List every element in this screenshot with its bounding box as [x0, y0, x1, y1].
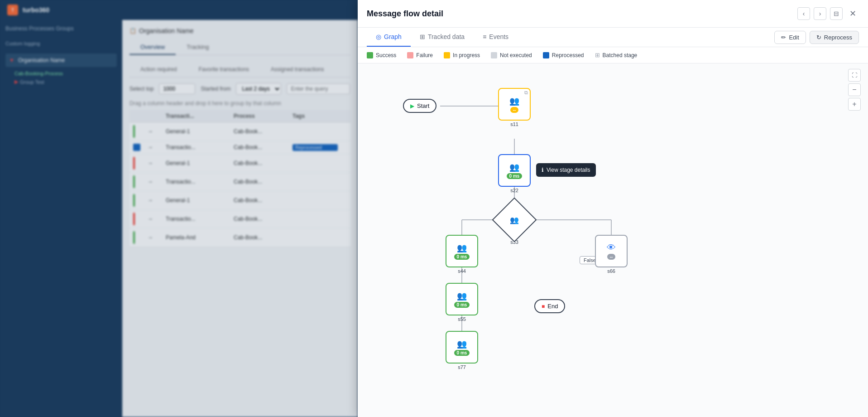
tab-graph[interactable]: ◎ Graph — [367, 28, 411, 47]
legend-batched: ⊞ Batched stage — [595, 52, 638, 58]
graph-tab-icon: ◎ — [376, 33, 381, 40]
sidebar: Business Processes Groups Custom logging… — [0, 20, 122, 417]
legend-failure: Failure — [407, 52, 433, 58]
subtabs: Action required Favorite transactions As… — [129, 63, 350, 78]
prev-button[interactable]: ‹ — [797, 7, 810, 20]
fullscreen-button[interactable]: ⛶ — [848, 69, 861, 82]
modal-actions: ✏ Edit ↻ Reprocess — [774, 31, 859, 44]
sidebar-title: Business Processes Groups — [5, 25, 74, 32]
modal: Message flow detail ‹ › ⊟ ✕ ◎ Graph ⊞ Tr… — [358, 0, 868, 417]
modal-nav-icons: ‹ › ⊟ ✕ — [797, 7, 859, 20]
close-button[interactable]: ✕ — [846, 7, 859, 20]
tracked-data-icon: ⊞ — [420, 33, 425, 40]
node-s77[interactable]: 👥 0 ms s77 — [446, 331, 478, 370]
stage-details-tooltip: View stage details — [536, 163, 596, 177]
tab-overview[interactable]: Overview — [129, 40, 176, 55]
s22-stage-icon: 👥 — [509, 162, 519, 172]
split-view-button[interactable]: ⊟ — [830, 7, 843, 20]
success-color — [367, 52, 373, 58]
main-tabs: Overview Tracking — [129, 40, 350, 55]
tab-tracked-data[interactable]: ⊞ Tracked data — [411, 28, 474, 47]
node-s66[interactable]: 👁 -- s66 — [595, 235, 628, 274]
table: Transacti... Process Tags → General-1Cab… — [129, 110, 350, 247]
legend-bar: Success Failure In progress Not executed… — [358, 47, 868, 63]
node-start[interactable]: ▶ Start — [403, 99, 436, 113]
table-row[interactable]: → Transactio...Cab-Book... Reprocessed — [129, 141, 350, 154]
table-row[interactable]: → General-1Cab-Book... — [129, 122, 350, 141]
batched-icon: ⊞ — [595, 52, 600, 58]
s66-eye-icon: 👁 — [607, 242, 616, 253]
legend-in-progress: In progress — [444, 52, 480, 58]
node-s55[interactable]: 👥 0 ms s55 — [446, 283, 478, 322]
sidebar-item-group[interactable]: ▶ Group Test — [5, 79, 117, 85]
legend-not-executed: Not executed — [491, 52, 532, 58]
main-content: 📋 Organisation Name Overview Tracking Ac… — [122, 20, 358, 417]
play-icon: ▶ — [410, 103, 414, 109]
table-row[interactable]: → General-1Cab-Book... — [129, 191, 350, 210]
reprocess-icon: ↻ — [816, 34, 821, 41]
node-s44[interactable]: 👥 0 ms s44 — [446, 235, 478, 274]
filter-row: Select top Started from Last 2 days — [129, 83, 350, 95]
events-icon: ≡ — [483, 33, 486, 40]
org-name: Organisation Name — [18, 57, 65, 63]
table-row[interactable]: → Transactio...Cab-Book... — [129, 210, 350, 228]
node-s33[interactable]: 👥 s33 — [499, 204, 530, 236]
drag-hint: Drag a column header and drop it here to… — [129, 100, 350, 107]
table-row[interactable]: → Transactio...Cab-Book... — [129, 173, 350, 191]
sidebar-item-cab[interactable]: Cab-Booking-Process — [5, 71, 117, 76]
legend-reprocessed: Reprocessed — [543, 52, 584, 58]
s55-stage-icon: 👥 — [457, 291, 467, 301]
graph-controls: ⛶ − + — [848, 69, 861, 111]
edit-icon: ✏ — [781, 34, 786, 41]
graph-canvas[interactable]: ⛶ − + ▶ Start — [358, 63, 868, 417]
subtab-favorite[interactable]: Favorite transactions — [188, 63, 260, 77]
zoom-out-button[interactable]: − — [848, 83, 861, 96]
next-button[interactable]: › — [814, 7, 826, 20]
sidebar-header: Business Processes Groups — [5, 25, 117, 35]
node-end[interactable]: ■ End — [534, 299, 565, 313]
not-executed-color — [491, 52, 497, 58]
edit-button[interactable]: ✏ Edit — [774, 31, 806, 44]
query-input[interactable] — [287, 83, 350, 94]
subtab-action[interactable]: Action required — [129, 63, 188, 77]
breadcrumb: 📋 Organisation Name — [129, 27, 350, 34]
modal-header: Message flow detail ‹ › ⊟ ✕ — [358, 0, 868, 28]
in-progress-color — [444, 52, 450, 58]
logo-icon: T — [7, 5, 18, 15]
legend-success: Success — [367, 52, 396, 58]
reprocessed-color — [543, 52, 549, 58]
select-top-input[interactable] — [159, 83, 195, 94]
table-row[interactable]: → General-1Cab-Book... — [129, 154, 350, 173]
tab-tracking[interactable]: Tracking — [176, 40, 220, 55]
zoom-in-button[interactable]: + — [848, 98, 861, 111]
s11-stage-icon: 👥 — [509, 96, 519, 106]
sidebar-subtext: Custom logging — [5, 41, 117, 46]
app-title: turbo360 — [23, 6, 49, 14]
started-from-select[interactable]: Last 2 days — [236, 83, 281, 95]
table-header: Transacti... Process Tags — [129, 110, 350, 122]
stop-icon: ■ — [542, 303, 545, 310]
diamond-icon: 👥 — [510, 216, 519, 224]
node-s11[interactable]: ⧉ 👥 -- s11 — [498, 88, 531, 127]
background-panel: T turbo360 Business Processes Groups Cus… — [0, 0, 358, 417]
reprocess-button[interactable]: ↻ Reprocess — [810, 31, 859, 44]
modal-title: Message flow detail — [367, 9, 443, 19]
tab-events[interactable]: ≡ Events — [474, 28, 518, 47]
node-s22[interactable]: 👥 0 ms s22 — [498, 154, 531, 193]
modal-tabs: ◎ Graph ⊞ Tracked data ≡ Events ✏ Edit ↻… — [358, 28, 868, 47]
table-row[interactable]: → Pamela-AndCab-Book... — [129, 228, 350, 247]
copy-icon[interactable]: ⧉ — [524, 90, 528, 96]
top-bar: T turbo360 — [0, 0, 358, 20]
failure-color — [407, 52, 413, 58]
sidebar-item-org[interactable]: ▼ Organisation Name — [5, 53, 117, 67]
subtab-assigned[interactable]: Assigned transactions — [260, 63, 335, 77]
s77-stage-icon: 👥 — [457, 339, 467, 349]
s44-stage-icon: 👥 — [457, 243, 467, 253]
